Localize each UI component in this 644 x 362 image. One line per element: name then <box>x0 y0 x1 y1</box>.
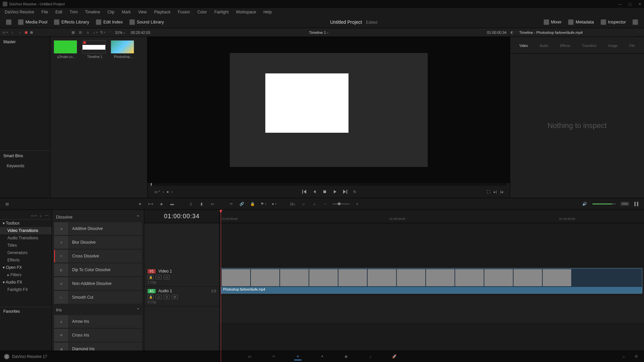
nav-fwd[interactable]: › <box>17 30 22 35</box>
fx-non-additive[interactable]: ⊗Non-Additive Dissolve <box>54 277 142 290</box>
iris-group[interactable]: Iris⌃ <box>54 305 142 315</box>
fx-dip-to-color[interactable]: ◐Dip To Color Dissolve <box>54 263 142 276</box>
audio-track-1[interactable] <box>220 295 644 324</box>
minimize-button[interactable]: — <box>618 2 622 6</box>
link-button[interactable]: 🔗 <box>239 201 245 207</box>
menu-workspace[interactable]: Workspace <box>233 9 260 15</box>
auto-select-toggle[interactable]: ▭ <box>156 295 162 299</box>
auto-select-toggle[interactable]: ▭ <box>156 275 162 280</box>
timeline-view-options[interactable]: ▤ <box>4 201 10 207</box>
menu-playback[interactable]: Playback <box>151 9 174 15</box>
pool-clip[interactable]: Photoshop... <box>111 40 136 59</box>
layout-preset-button[interactable] <box>3 18 15 26</box>
playhead[interactable] <box>221 210 221 362</box>
inspector-tab-file[interactable]: File <box>629 43 635 48</box>
play-button[interactable] <box>332 189 337 194</box>
effects-library-button[interactable]: Effects Library <box>51 18 93 26</box>
menu-fusion[interactable]: Fusion <box>174 9 193 15</box>
mixer-button[interactable]: Mixer <box>540 18 565 26</box>
inspector-tab-transition[interactable]: Transition <box>582 43 597 48</box>
menu-fairlight[interactable]: Fairlight <box>211 9 232 15</box>
zoom-in-button[interactable]: + <box>354 201 360 207</box>
sort-button[interactable]: ⇅ <box>100 30 105 35</box>
solo-toggle[interactable]: S <box>164 295 170 299</box>
transform-dropdown[interactable]: ▭ <box>154 190 160 194</box>
pool-clip[interactable]: Timeline 1 <box>82 40 107 59</box>
edit-page-button[interactable]: ≡ <box>294 353 302 360</box>
volume-slider[interactable] <box>592 203 616 204</box>
keywords-bin[interactable]: Keywords <box>0 161 50 171</box>
menu-help[interactable]: Help <box>260 9 275 15</box>
titles-node[interactable]: Titles <box>0 242 52 249</box>
lock-toggle[interactable]: 🔒 <box>148 275 154 280</box>
prev-frame-button[interactable] <box>312 189 317 194</box>
fx-additive-dissolve[interactable]: ◈Additive Dissolve <box>54 222 142 235</box>
match-frame[interactable]: ● <box>167 190 169 194</box>
inspector-button[interactable]: Inspector <box>597 18 629 26</box>
dim-button[interactable]: DIM <box>621 202 630 206</box>
fusion-page-button[interactable]: ✦ <box>318 353 326 360</box>
custom-zoom-button[interactable]: ⌕ <box>311 201 317 207</box>
fx-smooth-cut[interactable]: ∿Smooth Cut <box>54 291 142 304</box>
inspector-tab-video[interactable]: Video <box>520 43 528 48</box>
trim-tool[interactable]: ⟷ <box>148 201 154 207</box>
overwrite-clip-button[interactable]: ▮ <box>199 201 205 207</box>
fullscreen-button[interactable]: ⛶ <box>487 190 490 194</box>
fairlightfx-node[interactable]: Fairlight FX <box>0 286 52 293</box>
search-button[interactable]: ⌕ <box>93 30 98 35</box>
detail-zoom-button[interactable]: ⌕ <box>301 201 307 207</box>
fx-cross-dissolve[interactable]: ✕Cross Dissolve <box>54 250 142 262</box>
replace-clip-button[interactable]: ▭ <box>209 201 215 207</box>
smart-bins-header[interactable]: Smart Bins <box>0 150 50 161</box>
video-transitions-node[interactable]: Video Transitions <box>0 227 52 234</box>
menu-file[interactable]: File <box>38 9 51 15</box>
mute-toggle[interactable]: M <box>172 295 178 299</box>
media-pool-button[interactable]: Media Pool <box>15 18 51 26</box>
viewer-scrubber[interactable] <box>151 183 506 186</box>
effects-node[interactable]: Effects <box>0 256 52 264</box>
stop-button[interactable] <box>322 189 327 194</box>
inspector-expand[interactable]: ⋯ <box>637 30 641 35</box>
inspector-tab-effects[interactable]: Effects <box>560 43 570 48</box>
volume-icon[interactable]: 🔊 <box>582 201 588 207</box>
timeline-timecode[interactable]: 01:00:00:34 <box>144 210 219 223</box>
selection-tool[interactable]: ➤ <box>137 201 143 207</box>
timeline-selector[interactable]: Timeline 1 <box>150 31 487 35</box>
loop-button[interactable]: ↻ <box>353 190 356 194</box>
viewer-options[interactable]: ⋯ <box>515 30 519 35</box>
match-frame-prev[interactable]: ‹ <box>163 190 164 194</box>
favorites-header[interactable]: Favorites <box>0 307 52 316</box>
fx-search[interactable]: ⌕ <box>39 213 43 218</box>
edit-index-button[interactable]: Edit Index <box>93 18 126 26</box>
fairlight-page-button[interactable]: ♪ <box>367 353 374 360</box>
dynamic-trim-tool[interactable]: ◈ <box>158 201 164 207</box>
sound-library-button[interactable]: Sound Library <box>126 18 167 26</box>
match-frame-next[interactable]: › <box>171 190 173 194</box>
fx-cross-iris[interactable]: ✚Cross Iris <box>54 329 142 342</box>
project-settings-button[interactable]: ⚙ <box>633 353 640 360</box>
blade-tool[interactable]: ▬ <box>169 201 175 207</box>
zoom-to-fit-button[interactable]: ⊡⌕ <box>290 201 296 207</box>
lock-button[interactable]: 🔒 <box>250 201 256 207</box>
timeline-tracks[interactable]: 01:00:00:00 01:08:28:00 01:16:56:00 <box>220 210 644 362</box>
viewer-zoom[interactable]: 31% <box>115 31 125 35</box>
prev-clip-button[interactable]: |◂ <box>500 190 503 194</box>
inspector-tab-image[interactable]: Image <box>608 43 618 48</box>
audio-transitions-node[interactable]: Audio Transitions <box>0 234 52 242</box>
expand-button[interactable] <box>629 18 641 26</box>
menu-view[interactable]: View <box>135 9 150 15</box>
filters-node[interactable]: ▸ Filters <box>0 271 52 279</box>
video-clip[interactable]: Photoshop farbverläufe.mp4 <box>221 268 642 294</box>
blade-edit-button[interactable]: ✂ <box>228 201 234 207</box>
audio-track-header[interactable]: A1Audio 12.0 🔒▭SM 0 Clip <box>144 287 219 306</box>
fx-arrow-iris[interactable]: ▲Arrow Iris <box>54 315 142 328</box>
menu-edit[interactable]: Edit <box>52 9 66 15</box>
insert-clip-button[interactable]: ▯ <box>188 201 194 207</box>
menu-trim[interactable]: Trim <box>66 9 81 15</box>
color-page-button[interactable]: ◉ <box>342 353 350 360</box>
cut-page-button[interactable]: ✂ <box>270 353 277 360</box>
master-bin[interactable]: Master <box>0 37 50 47</box>
openfx-node[interactable]: ▾ Open FX <box>0 264 52 271</box>
flag-dropdown[interactable]: ⚑ <box>260 201 266 207</box>
mute-button[interactable]: ▌▌ <box>634 201 640 207</box>
